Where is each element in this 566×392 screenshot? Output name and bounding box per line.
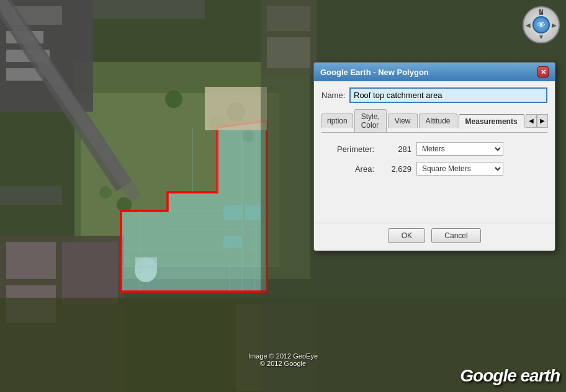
svg-rect-14 bbox=[6, 242, 56, 279]
compass[interactable]: N ▲ ▼ ◀ ▶ 👁 bbox=[523, 6, 560, 43]
new-polygon-dialog: Google Earth - New Polygon ✕ Name: ripti… bbox=[313, 62, 555, 251]
tab-prev-button[interactable]: ◀ bbox=[526, 114, 537, 128]
compass-right-arrow[interactable]: ▶ bbox=[552, 22, 557, 29]
tab-style-color[interactable]: Style, Color bbox=[354, 109, 387, 132]
area-unit-select[interactable]: Square Meters Square Kilometers Square M… bbox=[416, 162, 503, 176]
perimeter-value: 281 bbox=[380, 145, 411, 154]
perimeter-unit-select[interactable]: Meters Kilometers Miles Feet bbox=[416, 142, 503, 156]
dialog-close-button[interactable]: ✕ bbox=[537, 66, 549, 78]
tab-nav-buttons: ◀ ▶ bbox=[526, 114, 548, 128]
dialog-title: Google Earth - New Polygon bbox=[320, 68, 429, 77]
tab-description[interactable]: ription bbox=[321, 114, 353, 128]
svg-rect-37 bbox=[223, 205, 242, 220]
area-row: Area: 2,629 Square Meters Square Kilomet… bbox=[325, 162, 544, 176]
area-value: 2,629 bbox=[380, 164, 411, 174]
tab-altitude[interactable]: Altitude bbox=[419, 114, 457, 128]
tab-measurements[interactable]: Measurements bbox=[459, 114, 524, 128]
svg-rect-43 bbox=[0, 186, 62, 205]
svg-rect-42 bbox=[93, 0, 205, 19]
perimeter-row: Perimeter: 281 Meters Kilometers Miles F… bbox=[325, 142, 544, 156]
area-label: Area: bbox=[325, 164, 374, 174]
tab-next-button[interactable]: ▶ bbox=[537, 114, 548, 128]
dialog-titlebar[interactable]: Google Earth - New Polygon ✕ bbox=[314, 63, 555, 81]
tab-view-label: View bbox=[395, 117, 411, 125]
tab-altitude-label: Altitude bbox=[426, 117, 451, 125]
tab-view[interactable]: View bbox=[388, 114, 418, 128]
tab-description-label: ription bbox=[327, 117, 348, 125]
svg-point-22 bbox=[99, 186, 112, 198]
cancel-button[interactable]: Cancel bbox=[431, 228, 480, 243]
svg-rect-16 bbox=[62, 242, 118, 304]
compass-left-arrow[interactable]: ◀ bbox=[526, 22, 531, 29]
google-logo: Google earth bbox=[460, 366, 560, 386]
tab-measurements-content: Perimeter: 281 Meters Kilometers Miles F… bbox=[321, 139, 547, 213]
dialog-body: Name: ription Style, Color View Altitude… bbox=[314, 81, 555, 220]
ok-button[interactable]: OK bbox=[388, 228, 425, 243]
name-input[interactable] bbox=[349, 87, 547, 103]
svg-rect-40 bbox=[205, 87, 267, 130]
tab-style-color-label: Style, Color bbox=[361, 112, 380, 130]
compass-up-arrow[interactable]: ▲ bbox=[538, 9, 544, 16]
name-row: Name: bbox=[321, 87, 547, 103]
perimeter-label: Perimeter: bbox=[325, 145, 374, 154]
compass-down-arrow[interactable]: ▼ bbox=[538, 33, 544, 40]
svg-rect-38 bbox=[245, 205, 261, 220]
svg-rect-39 bbox=[223, 236, 242, 248]
copyright-text: Image © 2012 GeoEye © 2012 Google bbox=[248, 352, 318, 367]
dialog-footer: OK Cancel bbox=[314, 223, 555, 251]
svg-point-20 bbox=[165, 91, 182, 108]
tab-measurements-label: Measurements bbox=[465, 117, 518, 126]
tabs-row: ription Style, Color View Altitude Measu… bbox=[321, 109, 547, 133]
name-label: Name: bbox=[321, 91, 349, 100]
